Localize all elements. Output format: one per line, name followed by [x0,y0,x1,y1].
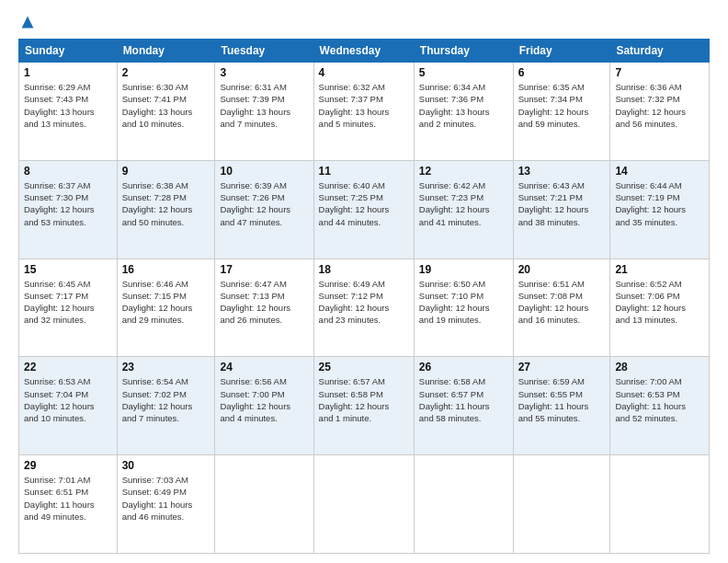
day-number: 27 [518,361,606,373]
calendar-day-header: Monday [117,40,215,63]
calendar-week-row: 8Sunrise: 6:37 AM Sunset: 7:30 PM Daylig… [19,160,710,259]
calendar-cell: 23Sunrise: 6:54 AM Sunset: 7:02 PM Dayli… [117,357,215,455]
day-info: Sunrise: 6:43 AM Sunset: 7:21 PM Dayligh… [518,179,606,228]
day-info: Sunrise: 7:00 AM Sunset: 6:53 PM Dayligh… [615,375,704,424]
calendar-cell: 16Sunrise: 6:46 AM Sunset: 7:15 PM Dayli… [117,259,215,357]
calendar-cell: 20Sunrise: 6:51 AM Sunset: 7:08 PM Dayli… [513,259,610,357]
calendar-cell: 9Sunrise: 6:38 AM Sunset: 7:28 PM Daylig… [117,160,215,259]
day-number: 8 [24,165,112,178]
calendar-cell [610,455,710,554]
day-info: Sunrise: 6:38 AM Sunset: 7:28 PM Dayligh… [122,179,210,228]
day-info: Sunrise: 6:39 AM Sunset: 7:26 PM Dayligh… [220,179,308,228]
calendar-cell: 18Sunrise: 6:49 AM Sunset: 7:12 PM Dayli… [313,259,414,357]
day-number: 17 [220,263,308,276]
day-number: 23 [122,361,210,373]
day-number: 12 [419,165,508,178]
day-info: Sunrise: 7:01 AM Sunset: 6:51 PM Dayligh… [24,474,112,523]
day-info: Sunrise: 6:34 AM Sunset: 7:36 PM Dayligh… [419,81,508,130]
day-info: Sunrise: 6:45 AM Sunset: 7:17 PM Dayligh… [24,278,112,327]
calendar-cell: 10Sunrise: 6:39 AM Sunset: 7:26 PM Dayli… [215,160,313,259]
day-number: 15 [24,263,112,276]
calendar-header-row: SundayMondayTuesdayWednesdayThursdayFrid… [19,40,710,63]
day-info: Sunrise: 6:36 AM Sunset: 7:32 PM Dayligh… [615,81,704,130]
day-info: Sunrise: 6:52 AM Sunset: 7:06 PM Dayligh… [615,278,704,327]
day-info: Sunrise: 6:59 AM Sunset: 6:55 PM Dayligh… [518,375,606,424]
calendar-body: 1Sunrise: 6:29 AM Sunset: 7:43 PM Daylig… [19,63,710,554]
calendar-cell: 26Sunrise: 6:58 AM Sunset: 6:57 PM Dayli… [414,357,513,455]
day-number: 19 [419,263,508,276]
day-number: 6 [518,66,606,79]
day-number: 3 [220,66,308,79]
day-number: 7 [615,66,704,79]
calendar-cell [313,455,414,554]
calendar-cell: 15Sunrise: 6:45 AM Sunset: 7:17 PM Dayli… [19,259,118,357]
calendar-table: SundayMondayTuesdayWednesdayThursdayFrid… [18,39,710,554]
calendar-cell: 29Sunrise: 7:01 AM Sunset: 6:51 PM Dayli… [19,455,118,554]
day-number: 1 [24,66,112,79]
calendar-cell: 11Sunrise: 6:40 AM Sunset: 7:25 PM Dayli… [313,160,414,259]
calendar-cell: 3Sunrise: 6:31 AM Sunset: 7:39 PM Daylig… [215,63,313,161]
day-info: Sunrise: 6:31 AM Sunset: 7:39 PM Dayligh… [220,81,308,130]
calendar-cell: 6Sunrise: 6:35 AM Sunset: 7:34 PM Daylig… [513,63,610,161]
day-number: 11 [319,165,409,178]
day-number: 25 [319,361,409,373]
day-info: Sunrise: 6:46 AM Sunset: 7:15 PM Dayligh… [122,278,210,327]
calendar-cell: 25Sunrise: 6:57 AM Sunset: 6:58 PM Dayli… [313,357,414,455]
day-number: 14 [615,165,704,178]
calendar-cell: 4Sunrise: 6:32 AM Sunset: 7:37 PM Daylig… [313,63,414,161]
calendar-cell: 2Sunrise: 6:30 AM Sunset: 7:41 PM Daylig… [117,63,215,161]
calendar-cell: 30Sunrise: 7:03 AM Sunset: 6:49 PM Dayli… [117,455,215,554]
day-info: Sunrise: 6:56 AM Sunset: 7:00 PM Dayligh… [220,375,308,424]
day-number: 16 [122,263,210,276]
calendar-cell: 13Sunrise: 6:43 AM Sunset: 7:21 PM Dayli… [513,160,610,259]
day-info: Sunrise: 6:29 AM Sunset: 7:43 PM Dayligh… [24,81,112,130]
day-number: 28 [615,361,704,373]
calendar-cell: 22Sunrise: 6:53 AM Sunset: 7:04 PM Dayli… [19,357,118,455]
day-number: 29 [24,459,112,472]
day-info: Sunrise: 7:03 AM Sunset: 6:49 PM Dayligh… [122,474,210,523]
calendar-cell: 17Sunrise: 6:47 AM Sunset: 7:13 PM Dayli… [215,259,313,357]
day-info: Sunrise: 6:40 AM Sunset: 7:25 PM Dayligh… [319,179,409,228]
calendar-cell: 21Sunrise: 6:52 AM Sunset: 7:06 PM Dayli… [610,259,710,357]
day-info: Sunrise: 6:50 AM Sunset: 7:10 PM Dayligh… [419,278,508,327]
calendar-cell: 8Sunrise: 6:37 AM Sunset: 7:30 PM Daylig… [19,160,118,259]
day-info: Sunrise: 6:54 AM Sunset: 7:02 PM Dayligh… [122,375,210,424]
day-info: Sunrise: 6:58 AM Sunset: 6:57 PM Dayligh… [419,375,508,424]
day-info: Sunrise: 6:53 AM Sunset: 7:04 PM Dayligh… [24,375,112,424]
day-number: 13 [518,165,606,178]
calendar-cell: 24Sunrise: 6:56 AM Sunset: 7:00 PM Dayli… [215,357,313,455]
day-number: 10 [220,165,308,178]
calendar-cell: 19Sunrise: 6:50 AM Sunset: 7:10 PM Dayli… [414,259,513,357]
calendar-cell: 7Sunrise: 6:36 AM Sunset: 7:32 PM Daylig… [610,63,710,161]
page: SundayMondayTuesdayWednesdayThursdayFrid… [0,0,728,563]
day-number: 5 [419,66,508,79]
day-info: Sunrise: 6:57 AM Sunset: 6:58 PM Dayligh… [319,375,409,424]
day-number: 20 [518,263,606,276]
day-number: 24 [220,361,308,373]
calendar-day-header: Thursday [414,40,513,63]
header [18,15,710,29]
day-number: 9 [122,165,210,178]
calendar-cell: 27Sunrise: 6:59 AM Sunset: 6:55 PM Dayli… [513,357,610,455]
day-number: 4 [319,66,409,79]
day-number: 18 [319,263,409,276]
day-info: Sunrise: 6:37 AM Sunset: 7:30 PM Dayligh… [24,179,112,228]
svg-marker-0 [22,17,34,29]
calendar-cell: 28Sunrise: 7:00 AM Sunset: 6:53 PM Dayli… [610,357,710,455]
day-info: Sunrise: 6:44 AM Sunset: 7:19 PM Dayligh… [615,179,704,228]
logo-icon [20,15,35,29]
day-number: 30 [122,459,210,472]
calendar-week-row: 15Sunrise: 6:45 AM Sunset: 7:17 PM Dayli… [19,259,710,357]
calendar-day-header: Saturday [610,40,710,63]
day-info: Sunrise: 6:42 AM Sunset: 7:23 PM Dayligh… [419,179,508,228]
day-info: Sunrise: 6:35 AM Sunset: 7:34 PM Dayligh… [518,81,606,130]
day-info: Sunrise: 6:30 AM Sunset: 7:41 PM Dayligh… [122,81,210,130]
day-number: 26 [419,361,508,373]
calendar-day-header: Wednesday [313,40,414,63]
day-info: Sunrise: 6:51 AM Sunset: 7:08 PM Dayligh… [518,278,606,327]
logo [18,15,33,29]
calendar-cell: 1Sunrise: 6:29 AM Sunset: 7:43 PM Daylig… [19,63,118,161]
calendar-day-header: Friday [513,40,610,63]
day-number: 22 [24,361,112,373]
calendar-week-row: 22Sunrise: 6:53 AM Sunset: 7:04 PM Dayli… [19,357,710,455]
